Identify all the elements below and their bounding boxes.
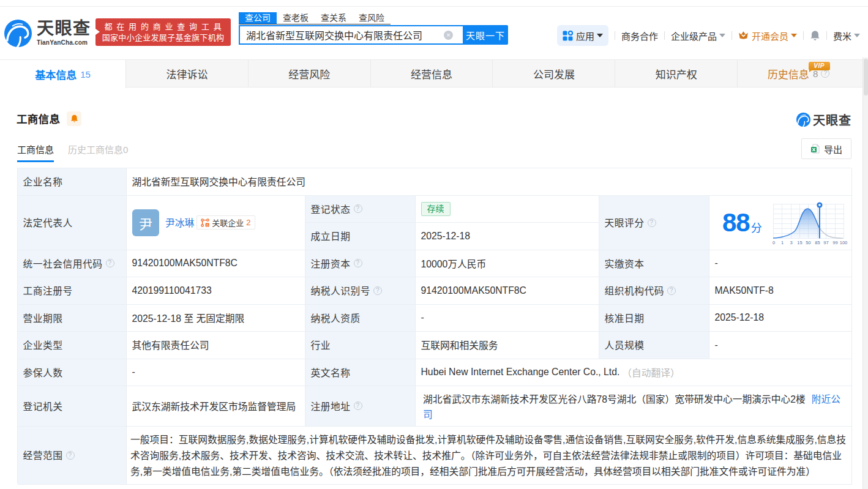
section-header: 工商信息 bbox=[17, 111, 81, 126]
field-label-registration-status: 登记状态 ? bbox=[305, 196, 416, 223]
slogan-banner: 都在用的商业查询工具 国家中小企业发展子基金旗下机构 bbox=[95, 18, 231, 46]
score-value: 88 bbox=[722, 210, 750, 236]
avatar[interactable]: 尹 bbox=[132, 209, 159, 236]
divider bbox=[731, 31, 732, 40]
search-tab-boss[interactable]: 查老板 bbox=[277, 12, 315, 24]
apps-menu[interactable]: 应用 bbox=[557, 25, 608, 46]
tab-history-info[interactable]: 历史信息 8 ? VIP bbox=[738, 60, 859, 87]
help-icon[interactable]: ? bbox=[354, 204, 362, 213]
field-value-insured-staff: - bbox=[127, 359, 305, 386]
field-label-approval-date: 核准日期 bbox=[599, 305, 709, 332]
field-label-text: 天眼评分 bbox=[605, 215, 645, 230]
watermark-logo: 天眼查 bbox=[796, 111, 851, 129]
search-tabs: 查公司 查老板 查关系 查风险 bbox=[239, 12, 391, 24]
related-companies-tag[interactable]: 关联企业 2 bbox=[196, 215, 255, 230]
excel-icon bbox=[810, 144, 820, 154]
scrollbar-thumb[interactable] bbox=[864, 59, 868, 95]
business-info-table: 企业名称 湖北省新型互联网交换中心有限责任公司 法定代表人 尹 尹冰琳 关联企业… bbox=[17, 168, 851, 483]
field-value-registration-status: 存续 bbox=[416, 196, 599, 223]
field-label-text: 经营范围 bbox=[23, 448, 63, 462]
watermark-text: 天眼查 bbox=[813, 111, 851, 129]
tab-basic-info-label: 基本信息 bbox=[35, 67, 77, 82]
help-icon[interactable]: ? bbox=[66, 451, 75, 460]
vip-badge: VIP bbox=[809, 62, 830, 70]
field-label-staff-size: 人员规模 bbox=[599, 332, 709, 359]
search-tab-company[interactable]: 查公司 bbox=[239, 12, 277, 24]
business-cooperation-link[interactable]: 商务合作 bbox=[621, 25, 658, 46]
company-nav-tabs: 基本信息 15 法律诉讼 经营风险 经营信息 公司发展 知识产权 历史信息 8 … bbox=[0, 59, 868, 88]
tab-basic-info[interactable]: 基本信息 15 bbox=[0, 60, 126, 88]
subscribe-bell-button[interactable] bbox=[67, 111, 81, 126]
tab-legal-proceedings[interactable]: 法律诉讼 bbox=[126, 60, 249, 87]
chevron-down-icon bbox=[597, 34, 603, 37]
user-menu[interactable]: 费米 bbox=[833, 25, 860, 46]
field-value-staff-size: - bbox=[709, 332, 852, 359]
tab-operation-info[interactable]: 经营信息 bbox=[371, 60, 493, 87]
help-icon[interactable]: ? bbox=[648, 218, 656, 227]
tab-operation-risk-label: 经营风险 bbox=[288, 66, 330, 81]
enterprise-products-menu[interactable]: 企业级产品 bbox=[671, 25, 725, 46]
english-name-text: Hubei New Internet Exchange Center Co., … bbox=[421, 367, 620, 378]
bell-icon bbox=[810, 30, 820, 41]
field-label-tianyan-score: 天眼评分 ? bbox=[599, 196, 709, 250]
chevron-down-icon bbox=[719, 34, 725, 37]
field-label-taxpayer-quality: 纳税人资质 bbox=[305, 305, 416, 332]
field-label-registration-authority: 登记机关 bbox=[18, 386, 127, 427]
section-sub-tabs: 工商信息 历史工商信息0 bbox=[17, 143, 142, 162]
field-label-english-name: 英文名称 bbox=[305, 359, 416, 386]
search-button[interactable]: 天眼一下 bbox=[463, 25, 508, 45]
field-label-text: 纳税人识别号 bbox=[311, 283, 371, 297]
logo-text-block: 天眼查 TianYanCha.com bbox=[37, 20, 91, 46]
scrollbar[interactable] bbox=[862, 58, 868, 489]
score-distribution-chart: 0 1 3 15 50 85 97 99 100 bbox=[771, 200, 848, 245]
username: 费米 bbox=[833, 29, 851, 42]
export-label: 导出 bbox=[824, 143, 842, 155]
field-label-registered-capital: 注册资本 ? bbox=[305, 250, 416, 278]
field-label-establish-date: 成立日期 bbox=[305, 223, 416, 250]
tab-intellectual-property[interactable]: 知识产权 bbox=[615, 60, 738, 87]
help-icon[interactable]: ? bbox=[821, 69, 829, 78]
search-input-wrap: × bbox=[239, 25, 463, 45]
tab-company-development-label: 公司发展 bbox=[533, 66, 575, 81]
help-icon[interactable]: ? bbox=[373, 286, 382, 295]
field-value-taxpayer-id: 91420100MAK50NTF8C bbox=[416, 277, 599, 305]
help-icon[interactable]: ? bbox=[106, 259, 114, 267]
help-icon[interactable]: ? bbox=[667, 286, 676, 295]
field-label-credit-code: 统一社会信用代码 ? bbox=[18, 250, 127, 278]
auto-translate-note: （自动翻译） bbox=[622, 365, 680, 379]
field-value-paid-capital: - bbox=[709, 250, 852, 278]
clear-search-icon[interactable]: × bbox=[444, 31, 453, 40]
search-tab-relation[interactable]: 查关系 bbox=[315, 12, 353, 24]
subtab-history-business-info[interactable]: 历史工商信息0 bbox=[68, 143, 128, 162]
notifications-button[interactable] bbox=[810, 25, 820, 46]
field-value-org-code: MAK50NTF-8 bbox=[709, 277, 852, 305]
tianyan-score-cell[interactable]: 88 分 0 bbox=[709, 196, 852, 250]
score-tick: 85 bbox=[815, 240, 820, 245]
search-tab-risk[interactable]: 查风险 bbox=[353, 12, 391, 24]
field-label-legal-representative: 法定代表人 bbox=[18, 196, 127, 250]
legal-representative-link[interactable]: 尹冰琳 bbox=[165, 215, 194, 230]
site-header: 天眼查 TianYanCha.com 都在用的商业查询工具 国家中小企业发展子基… bbox=[0, 7, 868, 59]
subtab-business-info[interactable]: 工商信息 bbox=[17, 143, 54, 162]
tab-company-development[interactable]: 公司发展 bbox=[493, 60, 615, 87]
tab-operation-risk[interactable]: 经营风险 bbox=[249, 60, 371, 87]
business-scope-text: 一般项目：互联网数据服务,数据处理服务,计算机软硬件及辅助设备批发,计算机软硬件… bbox=[130, 432, 851, 480]
field-value-company-name: 湖北省新型互联网交换中心有限责任公司 bbox=[127, 168, 852, 196]
bell-icon bbox=[70, 114, 78, 123]
field-label-taxpayer-id: 纳税人识别号 ? bbox=[305, 277, 416, 305]
score-tick: 100 bbox=[839, 240, 847, 245]
tab-intellectual-property-label: 知识产权 bbox=[656, 66, 697, 81]
site-logo[interactable]: 天眼查 TianYanCha.com bbox=[4, 20, 91, 47]
divider bbox=[826, 31, 827, 40]
help-icon[interactable]: ? bbox=[354, 259, 362, 267]
search-input[interactable] bbox=[239, 25, 463, 45]
vip-menu[interactable]: 开通会员 bbox=[738, 25, 797, 46]
field-label-registration-number: 工商注册号 bbox=[18, 277, 127, 305]
field-label-company-name: 企业名称 bbox=[18, 168, 127, 196]
field-label-text: 注册地址 bbox=[311, 399, 351, 413]
help-icon[interactable]: ? bbox=[354, 401, 362, 410]
slogan-line1: 都在用的商业查询工具 bbox=[99, 23, 231, 31]
export-button[interactable]: 导出 bbox=[801, 138, 851, 159]
vip-label: 开通会员 bbox=[752, 29, 788, 42]
field-value-credit-code: 91420100MAK50NTF8C bbox=[127, 250, 305, 278]
